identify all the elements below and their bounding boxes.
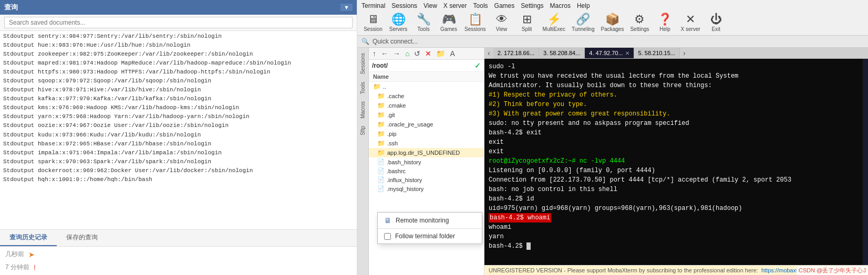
history-tab[interactable]: 查询历史记录 — [0, 230, 57, 246]
terminal-tab[interactable]: 2. 172.18.66... — [493, 48, 539, 58]
file-browser-toolbar: ↑ ← → ⌂ ↺ ✕ 📁 A — [369, 48, 484, 60]
file-name: .git — [387, 112, 395, 118]
file-item[interactable]: 📄.influx_history — [369, 175, 484, 184]
file-name: .cmake — [387, 102, 406, 109]
terminal-tab[interactable]: 5. 58.210.15... — [634, 48, 680, 58]
log-line: Stdoutput spark:x:970:963:Spark:/var/lib… — [3, 157, 354, 166]
search-bar — [0, 15, 357, 31]
toolbar-btn-session[interactable]: 🖥 Session — [361, 13, 385, 33]
side-icon-macros[interactable]: Macros — [359, 98, 367, 122]
toolbar-btn-multiexec[interactable]: ⚡ MultiExec — [541, 13, 567, 33]
query-title: 查询 — [4, 3, 18, 12]
tab-bar: ‹2. 172.18.66...3. 58.208.84...4. 47.92.… — [484, 48, 868, 59]
tab-label: 2. 172.18.66... — [498, 50, 534, 56]
file-item[interactable]: 📁.git — [369, 110, 484, 120]
menu-item-macros[interactable]: Macros — [550, 2, 571, 9]
fb-prev-btn[interactable]: ← — [379, 49, 390, 58]
tab-label: 3. 58.208.84... — [543, 50, 580, 56]
log-line: Stdoutput impala:x:971:964:Impala:/var/l… — [3, 149, 354, 157]
tab-nav-left[interactable]: ‹ — [484, 48, 493, 58]
folder-icon: 📁 — [377, 149, 385, 156]
history-tab[interactable]: 保存的查询 — [57, 230, 107, 246]
terminal-line: #1) Respect the privacy of others. — [489, 90, 859, 100]
file-icon: 📄 — [377, 158, 385, 165]
menu-item-tools[interactable]: Tools — [473, 2, 488, 9]
side-icon-tools[interactable]: Tools — [359, 79, 367, 97]
side-icon-sessions[interactable]: Sessions — [359, 50, 367, 78]
file-item[interactable]: 📄.bash_history — [369, 157, 484, 166]
fb-stop-btn[interactable]: ✕ — [423, 49, 433, 58]
fb-view-btn[interactable]: A — [448, 49, 456, 58]
follow-terminal-checkbox[interactable] — [384, 233, 391, 240]
fb-next-btn[interactable]: → — [391, 49, 402, 58]
fb-refresh-btn[interactable]: ↺ — [412, 49, 422, 58]
tab-close-btn[interactable]: ✕ — [625, 50, 629, 56]
log-line: Stdoutput mapred:x:981:974:Hadoop MapRed… — [3, 59, 354, 68]
terminal-line: exit — [489, 147, 859, 156]
log-line: Stdoutput httpfs:x:980:973:Hadoop HTTPFS… — [3, 68, 354, 77]
file-item[interactable]: 📁app.log.dir_IS_UNDEFINED — [369, 148, 484, 157]
terminal-line: sudo: no tty present and no askpass prog… — [489, 119, 859, 128]
menu-item-sessions[interactable]: Sessions — [391, 2, 417, 9]
log-line: Stdoutput kafka:x:977:970:Kafka:/var/lib… — [3, 94, 354, 103]
toolbar-btn-settings[interactable]: ⚙ Settings — [628, 13, 651, 33]
fb-new-folder-btn[interactable]: 📁 — [435, 49, 447, 58]
file-item[interactable]: 📁.. — [369, 82, 484, 91]
quick-connect-label: Quick connect... — [373, 38, 418, 45]
history-icon: ➤ — [28, 250, 35, 259]
toolbar-btn-servers[interactable]: 🌐 Servers — [387, 13, 410, 33]
side-icon-sftp[interactable]: Sftp — [359, 123, 367, 139]
menu-item-help[interactable]: Help — [577, 2, 590, 9]
file-item[interactable]: 📁.oracle_jre_usage — [369, 120, 484, 129]
log-line: Stdoutput hive:x:978:971:Hive:/var/lib/h… — [3, 86, 354, 94]
tab-nav-right[interactable]: › — [680, 48, 689, 58]
status-text: UNREGISTERED VERSION - Please support Mo… — [489, 267, 758, 273]
toolbar-btn-sessions[interactable]: 📋 Sessions — [462, 13, 488, 33]
toolbar-btn-label: X server — [681, 26, 700, 32]
toolbar-btn-label: Help — [659, 26, 670, 32]
mobax-icons: 🖥 Session🌐 Servers🔧 Tools🎮 Games📋 Sessio… — [359, 12, 866, 34]
menu-item-settings[interactable]: Settings — [521, 2, 543, 9]
menu-item-x-server[interactable]: X server — [443, 2, 467, 9]
history-list: 几秒前 ➤7 分钟前 ! — [0, 247, 357, 275]
search-icon: 🔍 — [361, 38, 369, 45]
scrollbar-area[interactable] — [863, 59, 868, 265]
file-item[interactable]: 📁.cache — [369, 91, 484, 101]
toolbar-btn-tools[interactable]: 🔧 Tools — [412, 13, 435, 33]
menu-item-terminal[interactable]: Terminal — [361, 2, 385, 9]
remote-monitoring-item[interactable]: 🖥 Remote monitoring — [378, 213, 482, 228]
file-item[interactable]: 📄.bashrc — [369, 166, 484, 175]
file-item[interactable]: 📁.ssh — [369, 139, 484, 148]
menu-item-games[interactable]: Games — [494, 2, 515, 9]
follow-terminal-item[interactable]: Follow terminal folder — [378, 229, 482, 244]
fb-home-btn[interactable]: ⌂ — [404, 49, 411, 58]
terminal[interactable]: sudo -lWe trust you have received the us… — [484, 59, 863, 265]
search-input[interactable] — [4, 17, 353, 28]
menu-item-view[interactable]: View — [423, 2, 437, 9]
fb-up-btn[interactable]: ↑ — [371, 49, 378, 58]
toolbar-btn-x-server[interactable]: ✕ X server — [679, 13, 702, 33]
history-time: 几秒前 — [5, 250, 24, 259]
file-item[interactable]: 📄.mysql_history — [369, 184, 484, 193]
dropdown-overlay: 🖥 Remote monitoring Follow terminal fold… — [377, 212, 482, 244]
toolbar-btn-label: Tunneling — [572, 26, 595, 32]
toolbar-btn-tunneling[interactable]: 🔗 Tunneling — [570, 13, 597, 33]
quick-connect[interactable]: 🔍 Quick connect... — [357, 36, 868, 48]
terminal-tab[interactable]: 4. 47.92.70...✕ — [585, 48, 634, 58]
file-item[interactable]: 📁.pip — [369, 129, 484, 139]
file-item[interactable]: 📁.cmake — [369, 101, 484, 110]
toolbar-btn-view[interactable]: 👁 View — [490, 13, 513, 33]
terminal-tab[interactable]: 3. 58.208.84... — [539, 48, 585, 58]
toolbar-btn-games[interactable]: 🎮 Games — [437, 13, 460, 33]
toolbar-btn-split[interactable]: ⊞ Split — [515, 13, 539, 33]
follow-terminal-label: Follow terminal folder — [395, 232, 455, 240]
file-name: .oracle_jre_usage — [387, 121, 433, 128]
toolbar-btn-packages[interactable]: 📦 Packages — [599, 13, 626, 33]
log-line: Stdoutput oozie:x:974:967:Oozie User:/va… — [3, 121, 354, 130]
toolbar-btn-help[interactable]: ❓ Help — [654, 13, 677, 33]
file-name: .pip — [387, 131, 397, 137]
mobax-main: SessionsToolsMacrosSftp ↑ ← → ⌂ ↺ ✕ 📁 A … — [357, 48, 868, 275]
toolbar-icon: 🔧 — [417, 14, 431, 25]
query-dropdown-btn[interactable]: ▼ — [340, 4, 353, 11]
toolbar-btn-exit[interactable]: ⏻ Exit — [705, 13, 728, 33]
